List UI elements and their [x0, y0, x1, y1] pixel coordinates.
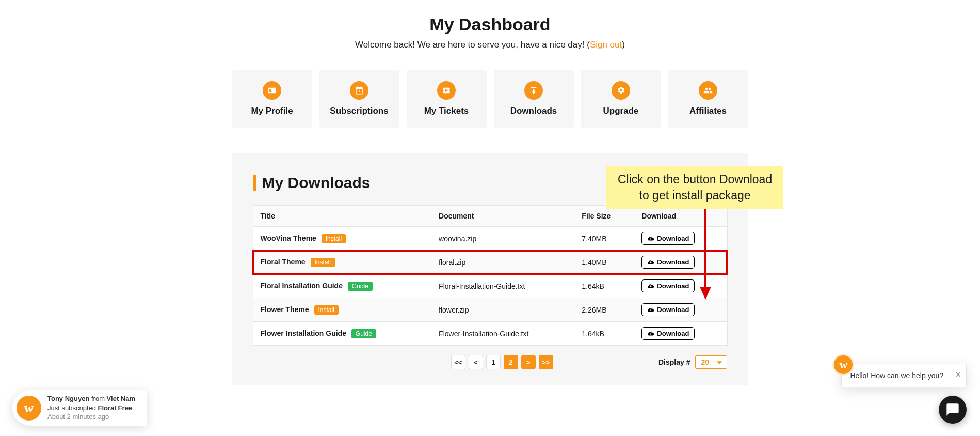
tile-my-tickets[interactable]: My Tickets	[407, 70, 487, 128]
badge-install: Install	[314, 305, 339, 315]
chat-launcher-button[interactable]	[939, 396, 967, 424]
display-select[interactable]: 20	[695, 355, 727, 369]
tile-label: Subscriptions	[330, 106, 388, 116]
table-row: Flower Theme Install flower.zip 2.26MB D…	[253, 298, 727, 322]
toast-name: Tony Nguyen	[47, 395, 89, 402]
table-row: Flower Installation Guide Guide Flower-I…	[253, 322, 727, 346]
download-button[interactable]: Download	[641, 256, 695, 269]
ticket-icon	[437, 81, 456, 100]
row-document: woovina.zip	[431, 227, 574, 251]
download-button[interactable]: Download	[641, 327, 695, 340]
chat-message: Hello! How can we help you?	[850, 371, 943, 380]
dashboard-tiles: My Profile Subscriptions My Tickets Down…	[232, 70, 748, 128]
download-button[interactable]: Download	[641, 232, 695, 245]
badge-install: Install	[311, 258, 335, 267]
annotation-arrow-icon	[698, 209, 713, 302]
callout-line2: to get install package	[618, 188, 772, 204]
row-size: 7.40MB	[574, 227, 634, 251]
svg-marker-1	[700, 287, 711, 300]
toast-avatar-icon: w	[17, 396, 41, 421]
chat-popup[interactable]: w Hello! How can we help you? ×	[841, 364, 967, 387]
download-button[interactable]: Download	[641, 303, 695, 316]
display-label: Display #	[658, 358, 690, 366]
pager-page-1[interactable]: 1	[486, 355, 501, 369]
chat-close-icon[interactable]: ×	[955, 369, 961, 380]
pager: <<<12>>>	[451, 355, 553, 369]
welcome-prefix: Welcome back! We are here to serve you, …	[355, 40, 590, 50]
heading-accent-bar	[253, 175, 256, 191]
pager-last-button[interactable]: >>	[539, 355, 553, 369]
table-row: WooVina Theme Install woovina.zip 7.40MB…	[253, 227, 727, 251]
notification-toast[interactable]: w Tony Nguyen from Viet Nam Just subscri…	[12, 390, 147, 426]
col-title: Title	[253, 206, 431, 227]
row-title: WooVina Theme	[261, 234, 316, 242]
group-icon	[699, 81, 717, 100]
badge-install: Install	[322, 234, 346, 243]
pager-first-button[interactable]: <<	[451, 355, 465, 369]
row-title: Flower Theme	[261, 305, 309, 314]
table-row: Floral Theme Install floral.zip 1.40MB D…	[253, 251, 727, 274]
tile-subscriptions[interactable]: Subscriptions	[319, 70, 399, 128]
row-document: Floral-Installation-Guide.txt	[431, 274, 574, 298]
toast-from: from	[89, 395, 106, 402]
tile-label: Upgrade	[603, 106, 639, 116]
sign-out-link[interactable]: Sign out	[590, 40, 622, 50]
gear-icon	[612, 81, 630, 100]
tile-upgrade[interactable]: Upgrade	[581, 70, 661, 128]
row-document: Flower-Installation-Guide.txt	[431, 322, 574, 346]
badge-guide: Guide	[348, 282, 373, 291]
row-title: Floral Theme	[261, 258, 306, 266]
welcome-text: Welcome back! We are here to serve you, …	[232, 40, 748, 50]
page-title: My Dashboard	[232, 14, 748, 35]
toast-action-prefix: Just subscripted	[47, 404, 98, 412]
callout-line1: Click on the button Download	[618, 172, 772, 188]
row-size: 1.40MB	[574, 251, 634, 274]
badge-guide: Guide	[351, 329, 376, 338]
toast-time: About 2 minutes ago	[47, 412, 135, 422]
toast-country: Viet Nam	[107, 395, 135, 402]
pager-page-2[interactable]: 2	[504, 355, 518, 369]
tile-downloads[interactable]: Downloads	[494, 70, 574, 128]
tile-affiliates[interactable]: Affiliates	[668, 70, 748, 128]
tile-my-profile[interactable]: My Profile	[232, 70, 312, 128]
tile-label: Downloads	[510, 106, 557, 116]
row-size: 1.64kB	[574, 274, 634, 298]
row-title: Flower Installation Guide	[261, 329, 346, 337]
col-document: Document	[431, 206, 574, 227]
tile-label: My Profile	[251, 106, 293, 116]
toast-lines: Tony Nguyen from Viet Nam Just subscript…	[47, 394, 135, 422]
table-row: Floral Installation Guide Guide Floral-I…	[253, 274, 727, 298]
panel-title: My Downloads	[262, 174, 371, 192]
row-size: 1.64kB	[574, 322, 634, 346]
download-icon	[524, 81, 543, 100]
tile-label: My Tickets	[424, 106, 469, 116]
display-selector: Display # 20	[658, 355, 727, 369]
toast-action-bold: Floral Free	[98, 404, 132, 412]
download-button[interactable]: Download	[641, 279, 695, 292]
profile-icon	[263, 81, 281, 100]
row-size: 2.26MB	[574, 298, 634, 322]
calendar-icon	[350, 81, 368, 100]
row-document: flower.zip	[431, 298, 574, 322]
chat-icon	[945, 402, 960, 417]
row-document: floral.zip	[431, 251, 574, 274]
pager-next-button[interactable]: >	[521, 355, 536, 369]
annotation-callout: Click on the button Download to get inst…	[606, 166, 783, 209]
downloads-table: Title Document File Size Download WooVin…	[253, 205, 728, 346]
pager-prev-button[interactable]: <	[469, 355, 483, 369]
row-title: Floral Installation Guide	[261, 282, 343, 290]
welcome-suffix: )	[622, 40, 625, 50]
tile-label: Affiliates	[689, 106, 727, 116]
